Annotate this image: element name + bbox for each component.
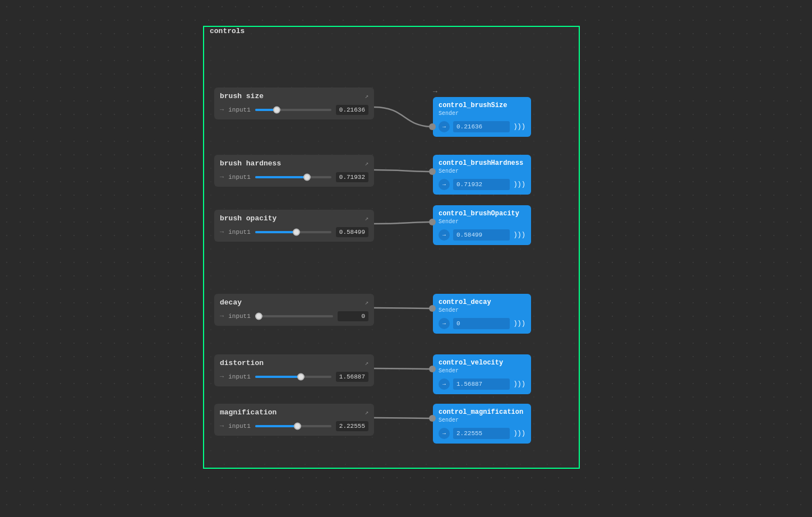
- slider-thumb-distortion: [297, 373, 304, 381]
- value-brush-opacity: 0.58499: [336, 227, 368, 237]
- node-group-distortion: distortion ↗ → input1 1.56887: [214, 354, 374, 386]
- node-label-brush-opacity: brush opacity: [220, 214, 276, 223]
- slider-fill-brush-opacity: [255, 231, 296, 233]
- sender-arrow-brush-opacity[interactable]: →: [439, 229, 450, 241]
- node-group-decay: decay ↗ → input1 0: [214, 294, 374, 326]
- expand-icon-brush-hardness[interactable]: ↗: [365, 160, 368, 167]
- node-group-magnification: magnification ↗ → input1 2.22555: [214, 404, 374, 436]
- sender-brush-hardness: control_brushHardness Sender → 0.71932 )…: [433, 155, 531, 195]
- sender-title-magnification: control_magnification: [439, 408, 525, 416]
- sender-node-brush-hardness: control_brushHardness Sender → 0.71932 )…: [433, 155, 531, 195]
- sender-decay: control_decay Sender → 0 ))): [433, 294, 531, 334]
- sender-value-brush-opacity: 0.58499: [453, 229, 510, 241]
- sender-type-magnification: Sender: [439, 417, 525, 423]
- sender-type-brush-opacity: Sender: [439, 219, 525, 225]
- sender-value-decay: 0: [453, 318, 510, 329]
- sender-type-brush-size: Sender: [439, 110, 525, 117]
- slider-brush-size[interactable]: [255, 109, 331, 111]
- sender-wifi-distortion: ))): [513, 380, 525, 388]
- sender-arrow-brush-size[interactable]: →: [439, 121, 450, 132]
- control-node-magnification: magnification ↗ → input1 2.22555: [214, 404, 374, 436]
- sender-brush-opacity: control_brushOpacity Sender → 0.58499 ))…: [433, 205, 531, 245]
- sender-arrow-distortion[interactable]: →: [439, 378, 450, 390]
- expand-icon-brush-opacity[interactable]: ↗: [365, 215, 368, 222]
- sender-type-brush-hardness: Sender: [439, 168, 525, 174]
- input-arrow-brush-opacity: →: [220, 228, 224, 236]
- slider-distortion[interactable]: [255, 376, 331, 378]
- sender-arrow-decay[interactable]: →: [439, 318, 450, 329]
- sender-title-brush-opacity: control_brushOpacity: [439, 210, 525, 218]
- sender-value-magnification: 2.22555: [453, 428, 510, 439]
- value-magnification: 2.22555: [336, 421, 368, 431]
- node-group-brush-opacity: brush opacity ↗ → input1 0.58499: [214, 210, 374, 242]
- slider-brush-hardness[interactable]: [255, 176, 331, 178]
- node-group-brush-size: brush size ↗ → input1 0.21636: [214, 87, 374, 119]
- sender-title-decay: control_decay: [439, 298, 525, 306]
- node-label-distortion: distortion: [220, 359, 264, 367]
- input-label-decay: input1: [228, 313, 251, 320]
- input-arrow-distortion: →: [220, 373, 224, 381]
- slider-thumb-decay: [255, 313, 262, 320]
- controls-panel: controls brush size ↗ → input1 0.21636 →: [203, 26, 580, 469]
- sender-wifi-brush-hardness: ))): [513, 181, 525, 188]
- control-node-decay: decay ↗ → input1 0: [214, 294, 374, 326]
- slider-thumb-brush-size: [273, 107, 280, 114]
- sender-type-distortion: Sender: [439, 368, 525, 374]
- expand-icon-brush-size[interactable]: ↗: [365, 93, 368, 100]
- input-label-distortion: input1: [228, 373, 251, 380]
- value-brush-size: 0.21636: [336, 105, 368, 115]
- sender-wifi-brush-opacity: ))): [513, 231, 525, 239]
- sender-arrow-brush-hardness[interactable]: →: [439, 179, 450, 190]
- sender-node-decay: control_decay Sender → 0 ))): [433, 294, 531, 334]
- sender-magnification: control_magnification Sender → 2.22555 )…: [433, 404, 531, 444]
- control-node-brush-opacity: brush opacity ↗ → input1 0.58499: [214, 210, 374, 242]
- connector-arrow-brush-size: →: [433, 87, 437, 96]
- input-label-brush-size: input1: [228, 107, 251, 113]
- node-label-brush-size: brush size: [220, 92, 264, 100]
- expand-icon-decay[interactable]: ↗: [365, 299, 368, 306]
- slider-brush-opacity[interactable]: [255, 231, 331, 233]
- node-label-decay: decay: [220, 298, 242, 307]
- input-arrow-decay: →: [220, 312, 224, 320]
- slider-thumb-brush-opacity: [293, 229, 300, 236]
- sender-wifi-decay: ))): [513, 320, 525, 327]
- value-distortion: 1.56887: [336, 372, 368, 382]
- value-brush-hardness: 0.71932: [336, 172, 368, 182]
- sender-brush-size: control_brushSize Sender → 0.21636 ))): [433, 97, 531, 137]
- sender-value-brush-size: 0.21636: [453, 121, 510, 132]
- sender-distortion: control_velocity Sender → 1.56887 ))): [433, 354, 531, 394]
- sender-node-magnification: control_magnification Sender → 2.22555 )…: [433, 404, 531, 444]
- slider-magnification[interactable]: [255, 425, 331, 427]
- sender-title-brush-size: control_brushSize: [439, 101, 525, 109]
- node-group-brush-hardness: brush hardness ↗ → input1 0.71932: [214, 155, 374, 187]
- control-node-distortion: distortion ↗ → input1 1.56887: [214, 354, 374, 386]
- input-label-brush-opacity: input1: [228, 229, 251, 236]
- slider-thumb-magnification: [294, 423, 301, 430]
- node-label-brush-hardness: brush hardness: [220, 159, 281, 168]
- controls-title: controls: [207, 26, 247, 36]
- sender-title-distortion: control_velocity: [439, 359, 525, 367]
- node-label-magnification: magnification: [220, 408, 276, 417]
- sender-wifi-magnification: ))): [513, 430, 525, 437]
- sender-arrow-magnification[interactable]: →: [439, 428, 450, 439]
- input-label-brush-hardness: input1: [228, 174, 251, 181]
- slider-decay[interactable]: [255, 315, 333, 317]
- expand-icon-magnification[interactable]: ↗: [365, 409, 368, 416]
- input-arrow-brush-size: →: [220, 106, 224, 114]
- slider-fill-brush-hardness: [255, 176, 307, 178]
- value-decay: 0: [338, 311, 368, 321]
- sender-wifi-brush-size: ))): [513, 123, 525, 131]
- slider-fill-distortion: [255, 376, 301, 378]
- slider-thumb-brush-hardness: [303, 174, 311, 181]
- sender-value-brush-hardness: 0.71932: [453, 179, 510, 190]
- sender-node-distortion: control_velocity Sender → 1.56887 ))): [433, 354, 531, 394]
- sender-node-brush-size: → control_brushSize Sender → 0.21636 ))): [433, 87, 531, 137]
- sender-node-brush-opacity: control_brushOpacity Sender → 0.58499 ))…: [433, 205, 531, 245]
- sender-title-brush-hardness: control_brushHardness: [439, 159, 525, 167]
- input-arrow-brush-hardness: →: [220, 173, 224, 181]
- sender-type-decay: Sender: [439, 307, 525, 313]
- expand-icon-distortion[interactable]: ↗: [365, 359, 368, 367]
- input-label-magnification: input1: [228, 423, 251, 430]
- control-node-brush-size: brush size ↗ → input1 0.21636: [214, 87, 374, 119]
- input-arrow-magnification: →: [220, 422, 224, 430]
